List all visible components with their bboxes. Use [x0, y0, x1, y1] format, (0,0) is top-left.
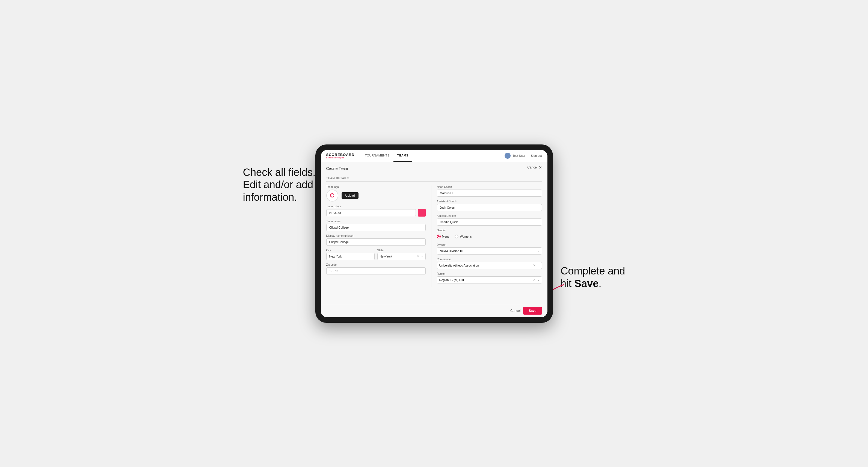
gender-womens-label: Womens	[460, 235, 471, 238]
annotation-right-bold: Save	[575, 278, 599, 289]
athletic-director-group: Athletic Director	[437, 214, 542, 225]
display-name-input[interactable]	[326, 239, 426, 246]
gender-womens-radio[interactable]	[455, 235, 459, 239]
display-name-label: Display name (unique)	[326, 234, 426, 237]
form-grid: Team logo C Upload Team colour	[326, 185, 542, 287]
cancel-top-label: Cancel	[527, 165, 537, 169]
section-header: TEAM DETAILS	[326, 177, 542, 182]
head-coach-label: Head Coach	[437, 185, 542, 188]
team-logo-label: Team logo	[326, 185, 426, 188]
assistant-coach-input[interactable]	[437, 204, 542, 211]
nav-links: TOURNAMENTS TEAMS	[361, 150, 504, 162]
annotation-right-end: .	[598, 278, 601, 289]
nav-bar: SCOREBOARD Powered by clippd TOURNAMENTS…	[321, 150, 548, 162]
brand-sub: Powered by clippd	[326, 157, 355, 159]
conference-value: University Athletic Association	[439, 264, 531, 267]
sign-out-link[interactable]: Sign out	[531, 154, 542, 157]
user-avatar	[504, 153, 510, 159]
city-label: City	[326, 249, 375, 252]
division-label: Division	[437, 243, 542, 246]
conference-arrow-icon: ⌄	[537, 264, 539, 267]
state-arrow-icon: ⌄	[421, 255, 423, 258]
region-group: Region Region II - (M) DIII ✕ ⌄	[437, 272, 542, 283]
nav-tournaments[interactable]: TOURNAMENTS	[361, 150, 393, 162]
team-name-label: Team name	[326, 220, 426, 223]
gender-mens-label: Mens	[442, 235, 450, 238]
form-footer: Cancel Save	[321, 304, 548, 317]
team-logo-group: Team logo C Upload	[326, 185, 426, 201]
cancel-top-button[interactable]: Cancel ✕	[527, 165, 542, 169]
conference-group: Conference University Athletic Associati…	[437, 258, 542, 269]
state-value: New York	[380, 255, 415, 258]
annotation-right: Complete and hit Save.	[561, 265, 625, 290]
logo-area: C Upload	[326, 190, 426, 201]
user-name: Test User	[513, 154, 525, 157]
zip-group: Zip code	[326, 263, 426, 275]
head-coach-group: Head Coach	[437, 185, 542, 197]
page-header-row: Create Team Cancel ✕	[326, 166, 542, 174]
color-input-row	[326, 209, 426, 217]
team-colour-input[interactable]	[326, 209, 416, 216]
upload-button[interactable]: Upload	[342, 192, 359, 199]
annotation-left-line1: Check all fields.	[243, 166, 316, 178]
athletic-director-label: Athletic Director	[437, 214, 542, 217]
nav-teams[interactable]: TEAMS	[394, 150, 412, 162]
nav-separator: |	[528, 153, 529, 158]
city-state-group: City State New York ✕ ⌄	[326, 249, 426, 260]
gender-radio-group: Mens Womens	[437, 233, 542, 240]
main-content: Create Team Cancel ✕ TEAM DETAILS Team l…	[321, 162, 548, 304]
athletic-director-input[interactable]	[437, 218, 542, 225]
form-left: Team logo C Upload Team colour	[326, 185, 431, 287]
color-swatch[interactable]	[418, 209, 426, 217]
conference-label: Conference	[437, 258, 542, 261]
team-name-input[interactable]	[326, 224, 426, 231]
state-group: State New York ✕ ⌄	[377, 249, 426, 260]
tablet-screen: SCOREBOARD Powered by clippd TOURNAMENTS…	[321, 150, 548, 317]
team-name-group: Team name	[326, 220, 426, 231]
logo-circle: C	[326, 190, 338, 201]
city-state-row: City State New York ✕ ⌄	[326, 249, 426, 260]
zip-label: Zip code	[326, 263, 426, 266]
division-select[interactable]: NCAA Division III	[437, 247, 542, 254]
state-clear-icon[interactable]: ✕	[417, 254, 420, 258]
gender-label: Gender	[437, 229, 542, 232]
city-group: City	[326, 249, 375, 260]
head-coach-input[interactable]	[437, 190, 542, 197]
annotation-left-line2: Edit and/or add	[243, 179, 313, 190]
state-label: State	[377, 249, 426, 252]
gender-group: Gender Mens Womens	[437, 229, 542, 240]
division-group: Division NCAA Division III ⌄	[437, 243, 542, 254]
state-select[interactable]: New York ✕ ⌄	[377, 253, 426, 260]
gender-mens-option[interactable]: Mens	[437, 235, 450, 239]
display-name-group: Display name (unique)	[326, 234, 426, 246]
brand-name: SCOREBOARD	[326, 153, 355, 157]
team-colour-label: Team colour	[326, 205, 426, 208]
region-clear-icon[interactable]: ✕	[533, 278, 536, 282]
city-input[interactable]	[326, 253, 375, 260]
annotation-left: Check all fields. Edit and/or add inform…	[243, 166, 316, 204]
region-label: Region	[437, 272, 542, 275]
region-select[interactable]: Region II - (M) DIII ✕ ⌄	[437, 276, 542, 283]
logo-letter: C	[330, 192, 335, 199]
page-title: Create Team	[326, 166, 348, 171]
region-arrow-icon: ⌄	[537, 278, 539, 281]
save-button[interactable]: Save	[523, 307, 542, 315]
form-right: Head Coach Assistant Coach Athletic Dire…	[437, 185, 542, 287]
conference-clear-icon[interactable]: ✕	[533, 263, 536, 268]
assistant-coach-label: Assistant Coach	[437, 200, 542, 203]
zip-input[interactable]	[326, 268, 426, 275]
brand: SCOREBOARD Powered by clippd	[326, 153, 355, 159]
region-value: Region II - (M) DIII	[439, 278, 531, 282]
gender-womens-option[interactable]: Womens	[455, 235, 471, 239]
nav-right: Test User | Sign out	[504, 153, 542, 159]
close-icon: ✕	[539, 165, 542, 169]
gender-mens-radio[interactable]	[437, 235, 441, 239]
tablet-frame: SCOREBOARD Powered by clippd TOURNAMENTS…	[315, 145, 553, 323]
assistant-coach-group: Assistant Coach	[437, 200, 542, 211]
cancel-footer-button[interactable]: Cancel	[510, 309, 520, 313]
annotation-right-line1: Complete and	[561, 265, 625, 277]
conference-select[interactable]: University Athletic Association ✕ ⌄	[437, 262, 542, 269]
team-colour-group: Team colour	[326, 205, 426, 217]
annotation-left-line3: information.	[243, 191, 297, 203]
division-select-wrapper: NCAA Division III ⌄	[437, 247, 542, 254]
